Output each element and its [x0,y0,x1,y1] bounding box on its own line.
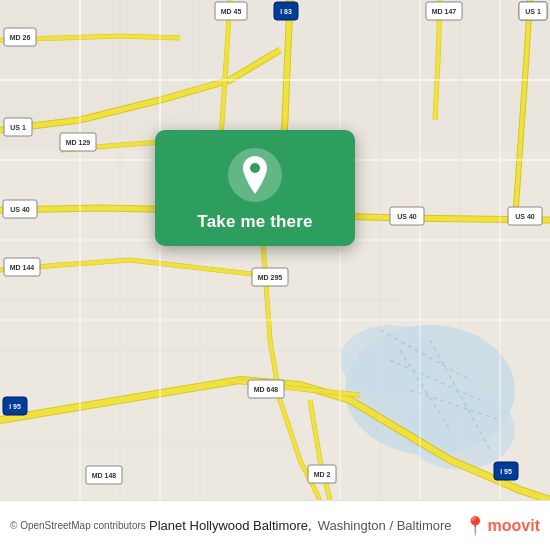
openstreetmap-credit: © OpenStreetMap contributors [10,520,146,531]
svg-point-63 [250,163,260,173]
svg-text:MD 147: MD 147 [432,8,457,15]
svg-text:MD 144: MD 144 [10,264,35,271]
svg-text:MD 45: MD 45 [221,8,242,15]
moovit-wordmark: moovit [488,517,540,535]
moovit-logo: 📍 moovit [464,515,540,537]
bottom-bar: © OpenStreetMap contributors Planet Holl… [0,500,550,550]
location-icon-wrapper [228,148,282,202]
map-background: US 1 MD 26 I 83 US 40 US 40 US 40 MD 129… [0,0,550,500]
svg-text:I 95: I 95 [9,403,21,410]
svg-text:US 40: US 40 [397,213,417,220]
svg-text:US 40: US 40 [515,213,535,220]
svg-text:MD 148: MD 148 [92,472,117,479]
navigation-card[interactable]: Take me there [155,130,355,246]
svg-text:US 40: US 40 [10,206,30,213]
region-name: Washington / Baltimore [318,518,452,533]
svg-text:MD 129: MD 129 [66,139,91,146]
svg-text:I 95: I 95 [500,468,512,475]
take-me-there-button-label: Take me there [197,212,312,232]
map-container: US 1 MD 26 I 83 US 40 US 40 US 40 MD 129… [0,0,550,500]
place-name: Planet Hollywood Baltimore, [149,518,312,533]
svg-text:I 83: I 83 [280,8,292,15]
svg-text:US 1: US 1 [525,8,541,15]
svg-rect-2 [200,0,550,150]
svg-text:US 1: US 1 [10,124,26,131]
svg-text:MD 26: MD 26 [10,34,31,41]
svg-text:MD 648: MD 648 [254,386,279,393]
location-pin-icon [239,156,271,194]
svg-text:MD 2: MD 2 [314,471,331,478]
svg-text:MD 295: MD 295 [258,274,283,281]
bottom-info: Planet Hollywood Baltimore, Washington /… [146,515,540,537]
moovit-pin: 📍 [464,515,486,537]
